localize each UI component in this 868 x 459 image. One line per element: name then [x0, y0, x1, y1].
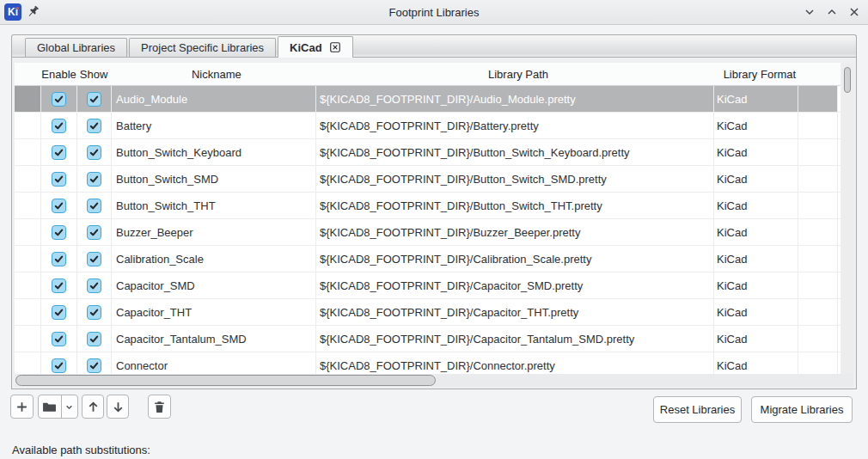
library-format-cell[interactable]: KiCad [714, 326, 798, 352]
horizontal-scrollbar-thumb[interactable] [15, 375, 436, 386]
move-up-icon [86, 400, 101, 414]
move-down-button[interactable] [107, 395, 129, 419]
row-gutter[interactable] [15, 219, 41, 245]
enable-checkbox[interactable] [52, 358, 66, 373]
library-format-cell[interactable]: KiCad [714, 193, 798, 218]
library-path-cell[interactable]: ${KICAD8_FOOTPRINT_DIR}/Button_Switch_Ke… [316, 139, 714, 165]
nickname-cell[interactable]: Button_Switch_THT [112, 193, 316, 218]
table-row[interactable]: Battery ${KICAD8_FOOTPRINT_DIR}/Battery.… [15, 113, 840, 139]
row-spacer [838, 113, 840, 138]
show-checkbox[interactable] [87, 305, 101, 320]
library-format-cell[interactable]: KiCad [714, 139, 798, 165]
show-checkbox[interactable] [87, 278, 101, 293]
table-row[interactable]: Button_Switch_SMD ${KICAD8_FOOTPRINT_DIR… [15, 166, 840, 193]
library-path-cell[interactable]: ${KICAD8_FOOTPRINT_DIR}/Capacitor_SMD.pr… [316, 272, 714, 298]
row-gutter[interactable] [15, 246, 41, 272]
library-format-cell[interactable]: KiCad [714, 246, 798, 272]
enable-checkbox[interactable] [52, 92, 66, 107]
show-checkbox[interactable] [87, 225, 101, 240]
show-checkbox[interactable] [87, 119, 101, 133]
header-library-path[interactable]: Library Path [318, 68, 716, 81]
row-gutter[interactable] [15, 166, 41, 192]
nickname-cell[interactable]: Audio_Module [112, 86, 316, 112]
row-gutter[interactable] [15, 193, 41, 218]
nickname-cell[interactable]: Battery [112, 113, 316, 138]
show-cell [77, 326, 112, 352]
show-checkbox[interactable] [87, 199, 101, 213]
row-gutter[interactable] [15, 86, 41, 112]
tab-label: Global Libraries [37, 41, 115, 54]
tab-global-libraries[interactable]: Global Libraries [25, 38, 127, 57]
table-row[interactable]: Buzzer_Beeper ${KICAD8_FOOTPRINT_DIR}/Bu… [15, 219, 840, 246]
table-row[interactable]: Button_Switch_THT ${KICAD8_FOOTPRINT_DIR… [15, 193, 840, 219]
tab-close-icon[interactable] [329, 41, 341, 53]
show-checkbox[interactable] [87, 145, 101, 160]
reset-libraries-button[interactable]: Reset Libraries [653, 396, 742, 423]
enable-checkbox[interactable] [52, 332, 66, 346]
table-row[interactable]: Button_Switch_Keyboard ${KICAD8_FOOTPRIN… [15, 139, 840, 166]
horizontal-scrollbar[interactable] [15, 374, 853, 387]
table-row[interactable]: Capacitor_Tantalum_SMD ${KICAD8_FOOTPRIN… [15, 326, 840, 352]
vertical-scrollbar[interactable] [841, 63, 853, 377]
shade-chevron-down-icon[interactable] [803, 5, 816, 19]
row-gutter[interactable] [15, 272, 41, 298]
enable-checkbox[interactable] [52, 119, 66, 133]
library-path-cell[interactable]: ${KICAD8_FOOTPRINT_DIR}/Buzzer_Beeper.pr… [316, 219, 714, 245]
table-row[interactable]: Calibration_Scale ${KICAD8_FOOTPRINT_DIR… [15, 246, 840, 272]
library-path-cell[interactable]: ${KICAD8_FOOTPRINT_DIR}/Button_Switch_TH… [316, 193, 714, 218]
library-format-cell[interactable]: KiCad [714, 272, 798, 298]
vertical-scrollbar-thumb[interactable] [844, 67, 851, 93]
show-checkbox[interactable] [87, 92, 101, 107]
library-path-cell[interactable]: ${KICAD8_FOOTPRINT_DIR}/Audio_Module.pre… [316, 86, 714, 112]
nickname-cell[interactable]: Capacitor_SMD [112, 272, 316, 298]
delete-library-button[interactable] [148, 395, 171, 419]
nickname-cell[interactable]: Capacitor_THT [112, 299, 316, 325]
library-format-cell[interactable]: KiCad [714, 299, 798, 325]
migrate-libraries-button[interactable]: Migrate Libraries [751, 396, 853, 423]
enable-checkbox[interactable] [52, 305, 66, 320]
enable-checkbox[interactable] [52, 278, 66, 293]
show-checkbox[interactable] [87, 332, 101, 346]
header-show[interactable]: Show [76, 68, 111, 81]
library-path-cell[interactable]: ${KICAD8_FOOTPRINT_DIR}/Calibration_Scal… [316, 246, 714, 272]
library-format-cell[interactable]: KiCad [714, 219, 798, 245]
tab-kicad[interactable]: KiCad [278, 36, 353, 58]
enable-checkbox[interactable] [52, 145, 66, 160]
header-library-format[interactable]: Library Format [715, 68, 801, 81]
move-up-button[interactable] [82, 395, 104, 419]
table-row[interactable]: Capacitor_THT ${KICAD8_FOOTPRINT_DIR}/Ca… [15, 299, 840, 326]
row-gutter[interactable] [15, 113, 41, 138]
library-format-cell[interactable]: KiCad [714, 86, 798, 112]
browse-library-button[interactable] [39, 395, 61, 418]
header-nickname[interactable]: Nickname [111, 68, 318, 81]
library-format-cell[interactable]: KiCad [714, 113, 798, 138]
enable-checkbox[interactable] [52, 172, 66, 187]
add-library-button[interactable] [10, 395, 34, 419]
show-checkbox[interactable] [87, 252, 101, 266]
library-path-cell[interactable]: ${KICAD8_FOOTPRINT_DIR}/Capacitor_THT.pr… [316, 299, 714, 325]
nickname-cell[interactable]: Button_Switch_SMD [112, 166, 316, 192]
row-gutter[interactable] [15, 299, 41, 325]
row-gutter[interactable] [15, 326, 41, 352]
header-enable[interactable]: Enable [41, 68, 77, 81]
nickname-cell[interactable]: Buzzer_Beeper [112, 219, 316, 245]
show-checkbox[interactable] [87, 358, 101, 373]
enable-checkbox[interactable] [52, 199, 66, 213]
table-row[interactable]: Audio_Module ${KICAD8_FOOTPRINT_DIR}/Aud… [15, 86, 840, 113]
library-format-cell[interactable]: KiCad [714, 166, 798, 192]
tab-project-specific-libraries[interactable]: Project Specific Libraries [129, 38, 276, 57]
library-path-cell[interactable]: ${KICAD8_FOOTPRINT_DIR}/Button_Switch_SM… [316, 166, 714, 192]
nickname-cell[interactable]: Calibration_Scale [112, 246, 316, 272]
show-checkbox[interactable] [87, 172, 101, 187]
enable-checkbox[interactable] [52, 225, 66, 240]
library-path-cell[interactable]: ${KICAD8_FOOTPRINT_DIR}/Battery.pretty [316, 113, 714, 138]
unshade-chevron-up-icon[interactable] [825, 5, 839, 19]
library-path-cell[interactable]: ${KICAD8_FOOTPRINT_DIR}/Capacitor_Tantal… [316, 326, 714, 352]
nickname-cell[interactable]: Button_Switch_Keyboard [112, 139, 316, 165]
row-gutter[interactable] [15, 139, 41, 165]
close-icon[interactable] [847, 5, 861, 19]
table-row[interactable]: Capacitor_SMD ${KICAD8_FOOTPRINT_DIR}/Ca… [15, 272, 840, 299]
nickname-cell[interactable]: Capacitor_Tantalum_SMD [112, 326, 316, 352]
enable-checkbox[interactable] [52, 252, 66, 266]
browse-library-dropdown-button[interactable] [61, 395, 77, 418]
